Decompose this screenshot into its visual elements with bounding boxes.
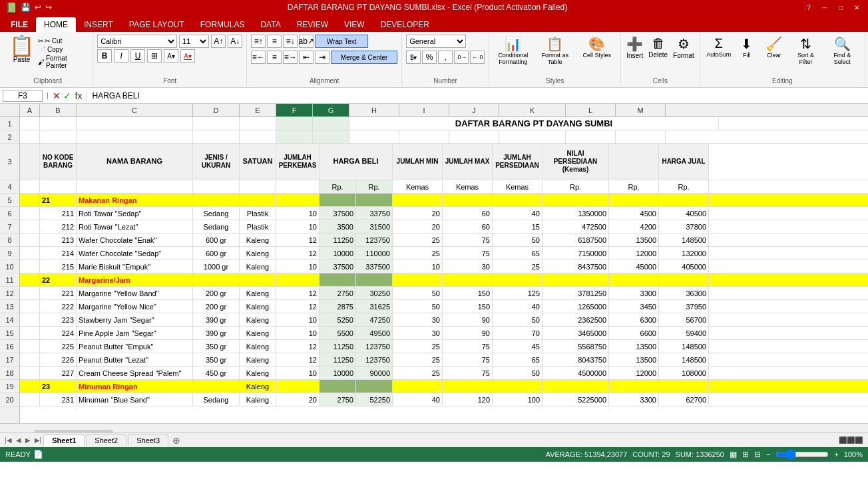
cell-j3[interactable]: JUMLAH PERSEDIAAN [493, 144, 542, 180]
tab-review[interactable]: REVIEW [289, 17, 336, 32]
col-header-m[interactable]: M [616, 104, 666, 116]
zoom-slider[interactable] [775, 449, 829, 460]
cell-f12[interactable]: 2750 [320, 287, 356, 299]
cell-d13[interactable]: 200 gr [193, 300, 240, 313]
cell-b14[interactable]: 223 [40, 313, 77, 326]
format-painter-button[interactable]: 🖌Format Painter [38, 55, 89, 69]
cell-styles-button[interactable]: 🎨 Cell Styles [577, 35, 616, 67]
cell-i2[interactable] [399, 130, 449, 143]
cell-m3[interactable]: HARGA JUAL [659, 144, 709, 180]
align-right-btn[interactable]: ≡→ [283, 51, 298, 64]
comma-btn[interactable]: , [438, 51, 453, 64]
cell-f-j18[interactable]: 10 [276, 367, 320, 379]
add-sheet-button[interactable]: ⊕ [170, 435, 183, 446]
cell-g2[interactable] [313, 130, 349, 143]
cell-c16[interactable]: Peanut Butter "Empuk" [77, 340, 193, 353]
cell-f-j10[interactable]: 10 [276, 260, 320, 273]
conditional-formatting-button[interactable]: 📊 Conditional Formatting [493, 35, 533, 67]
cell-e5[interactable] [240, 194, 276, 206]
clear-button[interactable]: 🧹 Clear [760, 35, 788, 67]
cell-f-j11[interactable] [276, 273, 320, 286]
cell-e15[interactable]: Kaleng [240, 327, 276, 339]
cell-j8[interactable]: 50 [493, 234, 542, 246]
cell-c20[interactable]: Minuman "Blue Sand" [77, 393, 193, 406]
cell-i9[interactable]: 75 [443, 247, 493, 259]
cell-j18[interactable]: 50 [493, 367, 542, 379]
cell-m8[interactable]: 148500 [659, 234, 709, 246]
col-header-e[interactable]: E [240, 104, 276, 116]
cell-d17[interactable]: 350 gr [193, 353, 240, 366]
row-num-13[interactable]: 13 [0, 300, 19, 313]
cell-m13[interactable]: 37950 [659, 300, 709, 313]
tab-developer[interactable]: DEVELOPER [373, 17, 437, 32]
cell-k12[interactable]: 3781250 [542, 287, 609, 299]
cell-l12[interactable]: 3300 [609, 287, 659, 299]
cell-c10[interactable]: Marie Biskuit "Empuk" [77, 260, 193, 273]
cell-k4[interactable]: Rp. [542, 180, 609, 193]
cell-k16[interactable]: 5568750 [542, 340, 609, 353]
cell-j7[interactable]: 15 [493, 220, 542, 233]
cell-e2[interactable] [240, 130, 276, 143]
cell-f20[interactable]: 2750 [320, 393, 356, 406]
cell-f16[interactable]: 11250 [320, 340, 356, 353]
row-num-17[interactable]: 17 [0, 353, 19, 367]
cell-h9[interactable]: 25 [393, 247, 443, 259]
font-name-select[interactable]: Calibri [97, 35, 177, 48]
cell-g9[interactable]: 110000 [356, 247, 393, 259]
row-num-7[interactable]: 7 [0, 220, 19, 234]
cell-k6[interactable]: 1350000 [542, 207, 609, 220]
cell-f-j15[interactable]: 10 [276, 327, 320, 339]
cell-f-jum4[interactable] [276, 180, 320, 193]
zoom-out-icon[interactable]: − [766, 450, 770, 458]
cell-l19[interactable] [609, 380, 659, 393]
cell-j16[interactable]: 45 [493, 340, 542, 353]
cell-c14[interactable]: Stawberry Jam "Segar" [77, 313, 193, 326]
col-header-h[interactable]: H [349, 104, 399, 116]
cell-k9[interactable]: 7150000 [542, 247, 609, 259]
cell-j10[interactable]: 25 [493, 260, 542, 273]
cell-a14[interactable] [20, 313, 40, 326]
cell-j12[interactable]: 125 [493, 287, 542, 299]
cell-k17[interactable]: 8043750 [542, 353, 609, 366]
cell-a1[interactable] [20, 117, 40, 130]
col-header-b[interactable]: B [40, 104, 77, 116]
cell-g14[interactable]: 47250 [356, 313, 393, 326]
cell-g20[interactable]: 52250 [356, 393, 393, 406]
cell-a8[interactable] [20, 234, 40, 246]
cell-e7[interactable]: Plastik [240, 220, 276, 233]
row-num-2[interactable]: 2 [0, 130, 19, 144]
sheet-tab-1[interactable]: Sheet1 [43, 434, 85, 446]
fill-button[interactable]: ⬇ Fill [735, 35, 759, 67]
cell-c12[interactable]: Margarine "Yellow Band" [77, 287, 193, 299]
cell-a7[interactable] [20, 220, 40, 233]
cell-d4[interactable] [193, 180, 240, 193]
cell-l10[interactable]: 45000 [609, 260, 659, 273]
cell-i7[interactable]: 60 [443, 220, 493, 233]
cell-a5[interactable] [20, 194, 40, 206]
cell-i20[interactable]: 120 [443, 393, 493, 406]
cell-i15[interactable]: 90 [443, 327, 493, 339]
cell-g6[interactable]: 33750 [356, 207, 393, 220]
bold-button[interactable]: B [97, 49, 112, 63]
row-num-12[interactable]: 12 [0, 287, 19, 300]
cell-h17[interactable]: 25 [393, 353, 443, 366]
row-num-18[interactable]: 18 [0, 367, 19, 380]
row-num-3[interactable]: 3 [0, 144, 19, 180]
cell-h14[interactable]: 30 [393, 313, 443, 326]
cell-e20[interactable]: Kaleng [240, 393, 276, 406]
cell-c6[interactable]: Roti Tawar "Sedap" [77, 207, 193, 220]
align-middle-btn[interactable]: ≡ [267, 35, 282, 48]
col-header-f[interactable]: F [276, 104, 313, 116]
cell-i3[interactable]: JUMLAH MAX [443, 144, 493, 180]
cell-d6[interactable]: Sedang [193, 207, 240, 220]
cell-j13[interactable]: 40 [493, 300, 542, 313]
format-button[interactable]: ⚙ Format [672, 35, 696, 61]
cell-m12[interactable]: 36300 [659, 287, 709, 299]
cell-b20[interactable]: 231 [40, 393, 77, 406]
row-num-16[interactable]: 16 [0, 340, 19, 353]
cell-h2[interactable] [349, 130, 399, 143]
cell-k2[interactable] [499, 130, 566, 143]
cell-i8[interactable]: 75 [443, 234, 493, 246]
formula-input[interactable]: HARGA BELI [90, 90, 866, 101]
sort-button[interactable]: ⇅ Sort & Filter [789, 35, 823, 67]
